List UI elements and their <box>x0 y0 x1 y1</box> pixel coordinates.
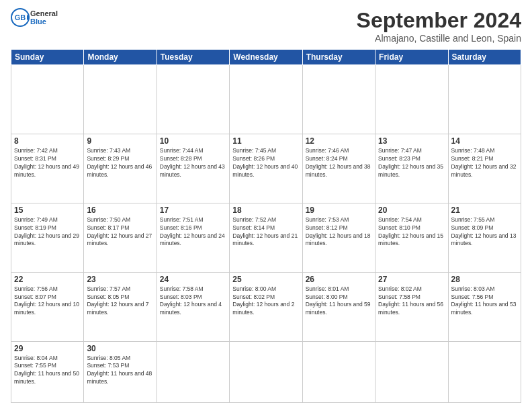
day-number: 26 <box>306 275 372 284</box>
logo: GB General Blue <box>11 8 58 27</box>
day-info: Sunrise: 8:04 AMSunset: 7:55 PMDaylight:… <box>14 355 81 387</box>
sunrise-text: Sunrise: 7:53 AM <box>306 216 349 223</box>
logo-text: General Blue <box>30 9 58 26</box>
sunset-text: Sunset: 8:19 PM <box>14 224 56 231</box>
day-cell-19: 19Sunrise: 7:53 AMSunset: 8:12 PMDayligh… <box>302 203 375 272</box>
day-info: Sunrise: 7:42 AMSunset: 8:31 PMDaylight:… <box>14 147 81 179</box>
sunset-text: Sunset: 8:02 PM <box>232 293 275 300</box>
sunset-text: Sunset: 8:24 PM <box>306 155 348 162</box>
sunset-text: Sunset: 8:31 PM <box>14 155 56 162</box>
sunset-text: Sunset: 8:23 PM <box>378 155 420 162</box>
sunrise-text: Sunrise: 7:51 AM <box>160 216 204 223</box>
day-cell-18: 18Sunrise: 7:52 AMSunset: 8:14 PMDayligh… <box>230 203 302 272</box>
calendar-page: GB General Blue September 2024 Almajano,… <box>0 0 532 411</box>
day-cell-9: 9Sunrise: 7:43 AMSunset: 8:29 PMDaylight… <box>84 134 157 203</box>
day-cell-20: 20Sunrise: 7:54 AMSunset: 8:10 PMDayligh… <box>375 203 448 272</box>
daylight-text: Daylight: 12 hours and 38 minutes. <box>306 163 371 178</box>
day-info: Sunrise: 7:53 AMSunset: 8:12 PMDaylight:… <box>306 216 372 248</box>
day-info: Sunrise: 7:48 AMSunset: 8:21 PMDaylight:… <box>451 147 518 179</box>
sunset-text: Sunset: 8:09 PM <box>451 224 494 231</box>
day-number: 29 <box>14 344 81 353</box>
sunset-text: Sunset: 8:16 PM <box>160 224 202 231</box>
day-cell-25: 25Sunrise: 8:00 AMSunset: 8:02 PMDayligh… <box>230 272 302 341</box>
sunset-text: Sunset: 8:17 PM <box>87 224 129 231</box>
sunrise-text: Sunrise: 7:42 AM <box>14 147 58 154</box>
sunset-text: Sunset: 8:00 PM <box>306 293 348 300</box>
title-month: September 2024 <box>357 8 521 33</box>
day-cell-26: 26Sunrise: 8:01 AMSunset: 8:00 PMDayligh… <box>302 272 375 341</box>
day-cell-30: 30Sunrise: 8:05 AMSunset: 7:53 PMDayligh… <box>84 341 157 403</box>
day-info: Sunrise: 7:47 AMSunset: 8:23 PMDaylight:… <box>378 147 445 179</box>
daylight-text: Daylight: 12 hours and 7 minutes. <box>87 301 148 316</box>
day-number: 16 <box>87 205 153 215</box>
sunrise-text: Sunrise: 7:49 AM <box>14 216 58 223</box>
day-cell-28: 28Sunrise: 8:03 AMSunset: 7:56 PMDayligh… <box>448 272 521 341</box>
daylight-text: Daylight: 12 hours and 4 minutes. <box>160 301 222 316</box>
sunset-text: Sunset: 8:14 PM <box>232 224 275 231</box>
daylight-text: Daylight: 12 hours and 13 minutes. <box>451 232 517 247</box>
daylight-text: Daylight: 12 hours and 46 minutes. <box>87 163 152 178</box>
sunset-text: Sunset: 8:03 PM <box>160 293 202 300</box>
logo-icon: GB <box>11 8 30 27</box>
day-cell-13: 13Sunrise: 7:47 AMSunset: 8:23 PMDayligh… <box>375 134 448 203</box>
header: GB General Blue September 2024 Almajano,… <box>11 8 521 44</box>
day-number: 12 <box>306 136 372 146</box>
weekday-header-sunday: Sunday <box>11 50 84 65</box>
title-location: Almajano, Castille and Leon, Spain <box>357 33 521 44</box>
sunrise-text: Sunrise: 7:47 AM <box>378 147 422 154</box>
day-cell-12: 12Sunrise: 7:46 AMSunset: 8:24 PMDayligh… <box>302 134 375 203</box>
daylight-text: Daylight: 12 hours and 32 minutes. <box>451 163 517 178</box>
empty-cell <box>157 341 229 403</box>
day-cell-23: 23Sunrise: 7:57 AMSunset: 8:05 PMDayligh… <box>84 272 157 341</box>
weekday-header-tuesday: Tuesday <box>157 50 229 65</box>
day-number: 18 <box>232 205 299 215</box>
day-info: Sunrise: 7:50 AMSunset: 8:17 PMDaylight:… <box>87 216 153 248</box>
day-number: 19 <box>306 205 372 215</box>
day-number: 24 <box>160 275 226 284</box>
empty-cell <box>448 341 521 403</box>
daylight-text: Daylight: 12 hours and 15 minutes. <box>378 232 443 247</box>
sunrise-text: Sunrise: 7:45 AM <box>232 147 276 154</box>
sunrise-text: Sunrise: 8:01 AM <box>306 285 349 292</box>
day-cell-16: 16Sunrise: 7:50 AMSunset: 8:17 PMDayligh… <box>84 203 157 272</box>
empty-cell <box>302 341 375 403</box>
day-cell-22: 22Sunrise: 7:56 AMSunset: 8:07 PMDayligh… <box>11 272 84 341</box>
day-number: 25 <box>232 275 299 284</box>
day-number: 22 <box>14 275 81 284</box>
empty-cell <box>230 341 302 403</box>
sunset-text: Sunset: 8:29 PM <box>87 155 129 162</box>
day-info: Sunrise: 8:01 AMSunset: 8:00 PMDaylight:… <box>306 285 372 318</box>
empty-cell <box>375 65 448 134</box>
day-number: 17 <box>160 205 226 215</box>
daylight-text: Daylight: 11 hours and 53 minutes. <box>451 301 517 316</box>
day-number: 28 <box>451 275 518 284</box>
day-info: Sunrise: 7:55 AMSunset: 8:09 PMDaylight:… <box>451 216 518 248</box>
logo-blue: Blue <box>30 17 58 26</box>
sunrise-text: Sunrise: 7:46 AM <box>306 147 349 154</box>
day-info: Sunrise: 7:45 AMSunset: 8:26 PMDaylight:… <box>232 147 299 179</box>
day-number: 27 <box>378 275 445 284</box>
day-number: 21 <box>451 205 518 215</box>
day-info: Sunrise: 7:57 AMSunset: 8:05 PMDaylight:… <box>87 285 153 318</box>
day-cell-15: 15Sunrise: 7:49 AMSunset: 8:19 PMDayligh… <box>11 203 84 272</box>
daylight-text: Daylight: 12 hours and 21 minutes. <box>232 232 298 247</box>
sunrise-text: Sunrise: 8:00 AM <box>232 285 276 292</box>
daylight-text: Daylight: 12 hours and 35 minutes. <box>378 163 443 178</box>
sunset-text: Sunset: 7:55 PM <box>14 362 56 369</box>
day-info: Sunrise: 7:51 AMSunset: 8:16 PMDaylight:… <box>160 216 226 248</box>
weekday-header-wednesday: Wednesday <box>230 50 302 65</box>
day-info: Sunrise: 7:46 AMSunset: 8:24 PMDaylight:… <box>306 147 372 179</box>
day-info: Sunrise: 7:52 AMSunset: 8:14 PMDaylight:… <box>232 216 299 248</box>
sunset-text: Sunset: 7:58 PM <box>378 293 420 300</box>
day-info: Sunrise: 7:49 AMSunset: 8:19 PMDaylight:… <box>14 216 81 248</box>
empty-cell <box>11 65 84 134</box>
day-number: 15 <box>14 205 81 215</box>
day-cell-14: 14Sunrise: 7:48 AMSunset: 8:21 PMDayligh… <box>448 134 521 203</box>
weekday-header-monday: Monday <box>84 50 157 65</box>
daylight-text: Daylight: 12 hours and 18 minutes. <box>306 232 371 247</box>
sunset-text: Sunset: 8:10 PM <box>378 224 420 231</box>
sunrise-text: Sunrise: 7:54 AM <box>378 216 422 223</box>
sunrise-text: Sunrise: 8:04 AM <box>14 355 58 361</box>
sunrise-text: Sunrise: 7:44 AM <box>160 147 204 154</box>
day-info: Sunrise: 7:54 AMSunset: 8:10 PMDaylight:… <box>378 216 445 248</box>
